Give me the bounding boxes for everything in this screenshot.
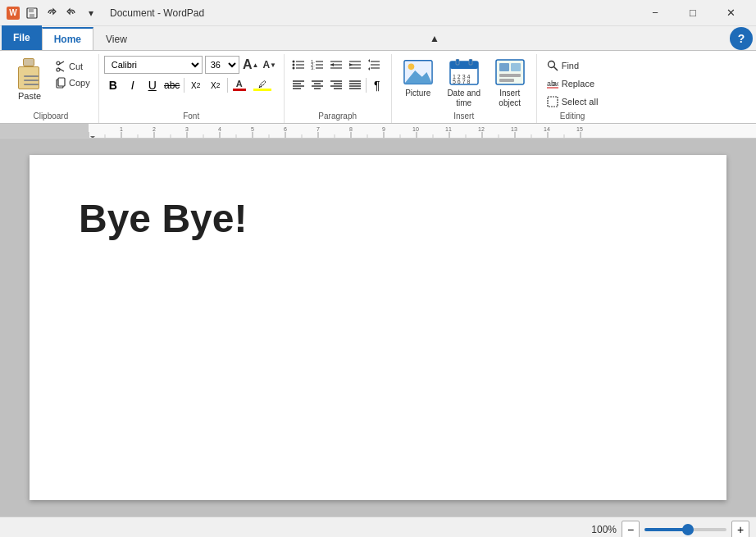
tab-view[interactable]: View [93,27,139,50]
align-center-btn[interactable] [308,76,326,94]
paragraph-label: Paragraph [289,110,386,123]
svg-text:9: 9 [382,126,385,132]
paste-icon [16,58,43,89]
svg-point-64 [548,61,554,68]
subscript-btn[interactable]: X2 [187,76,205,94]
align-left-btn[interactable] [289,76,307,94]
minimize-btn[interactable]: − [636,0,674,26]
svg-rect-55 [456,59,459,65]
svg-text:5: 5 [251,126,254,132]
strikethrough-btn[interactable]: abc [163,76,181,94]
clipboard-small-btns: Cut Copy [52,56,93,90]
tab-file[interactable]: File [2,25,42,50]
highlight-color-btn[interactable]: 🖊 [250,76,275,94]
document-area: Bye Bye! [0,139,756,517]
editing-controls: Find abac Replace Select all [542,56,603,110]
svg-text:14: 14 [544,126,550,132]
svg-line-65 [553,67,558,71]
italic-btn[interactable]: I [124,76,142,94]
svg-marker-28 [349,63,353,66]
qa-dropdown-btn[interactable]: ▾ [82,4,100,22]
app-icon: W [7,7,20,20]
select-all-button[interactable]: Select all [542,93,603,110]
svg-marker-33 [368,67,370,71]
paste-button[interactable]: Paste [8,56,51,103]
paragraph-controls: 1.2.3. [289,56,386,94]
close-btn[interactable]: ✕ [712,0,749,26]
decrease-indent-btn[interactable] [327,56,345,74]
svg-rect-69 [548,97,558,107]
replace-button[interactable]: abac Replace [542,75,603,92]
find-button[interactable]: Find [542,57,603,74]
select-all-icon [547,96,558,107]
svg-text:6: 6 [284,126,287,132]
font-shrink-btn[interactable]: A▼ [261,56,279,74]
font-color-btn[interactable]: A [230,76,248,94]
font-grow-btn[interactable]: A▲ [242,56,260,74]
replace-icon: abac [547,78,558,89]
document-content[interactable]: Bye Bye! [79,196,677,241]
bold-btn[interactable]: B [104,76,122,94]
svg-rect-2 [30,14,34,17]
increase-indent-btn[interactable] [346,56,364,74]
zoom-slider-track[interactable] [644,528,726,531]
redo-quick-btn[interactable] [62,4,80,22]
ribbon-group-editing: Find abac Replace Select all Editing [537,54,608,123]
title-bar-controls: − □ ✕ [636,0,749,26]
tab-home[interactable]: Home [42,27,93,50]
status-bar: 100% − + [0,517,756,537]
object-button[interactable]: Insertobject [489,56,531,110]
superscript-btn[interactable]: X2 [207,76,225,94]
para-divider [366,78,367,93]
ribbon-group-insert: Picture 1 2 3 4 5 6 7 8 Date andtime [392,54,537,123]
datetime-label: Date andtime [447,89,480,108]
line-spacing-btn[interactable] [365,56,383,74]
picture-button[interactable]: Picture [397,56,439,103]
font-row1: Calibri 36 A▲ A▼ [104,56,279,74]
ruler: 1 2 3 4 5 6 7 8 9 10 11 [0,124,756,139]
svg-text:10: 10 [412,126,419,132]
svg-text:11: 11 [445,126,452,132]
ribbon-collapse-btn[interactable]: ▲ [426,30,444,48]
font-divider [184,78,184,93]
help-btn[interactable]: ? [730,27,753,50]
insert-group-content: Picture 1 2 3 4 5 6 7 8 Date andtime [397,54,531,110]
font-size-select[interactable]: 36 [205,56,239,74]
align-justify-btn[interactable] [346,76,364,94]
cut-button[interactable]: Cut [52,59,93,74]
editing-label: Editing [542,110,603,123]
ribbon-group-font: Calibri 36 A▲ A▼ B I U abc X2 [99,54,285,123]
datetime-button[interactable]: 1 2 3 4 5 6 7 8 Date andtime [443,56,485,110]
svg-rect-60 [499,63,509,71]
copy-button[interactable]: Copy [52,75,93,90]
svg-text:3.: 3. [311,66,315,71]
svg-marker-32 [368,59,370,62]
clipboard-label: Clipboard [8,110,93,123]
undo-quick-btn[interactable] [43,4,61,22]
zoom-in-btn[interactable]: + [731,521,749,538]
svg-text:4: 4 [218,126,221,132]
zoom-out-btn[interactable]: − [622,521,640,538]
maximize-btn[interactable]: □ [674,0,712,26]
zoom-percent-label: 100% [591,524,617,535]
title-bar: W ▾ Document - WordPad − □ ✕ [0,0,756,26]
svg-point-11 [292,64,294,66]
paragraph-spacing-btn[interactable]: ¶ [368,76,386,94]
zoom-slider-thumb[interactable] [682,524,694,535]
svg-text:8: 8 [349,126,353,132]
svg-text:7: 7 [317,126,320,132]
font-group-content: Calibri 36 A▲ A▼ B I U abc X2 [104,54,279,110]
svg-rect-63 [499,79,514,82]
unordered-list-btn[interactable] [289,56,307,74]
font-row2: B I U abc X2 X2 A 🖊 [104,76,279,94]
insert-label: Insert [397,110,531,123]
ordered-list-btn[interactable]: 1.2.3. [308,56,326,74]
font-name-select[interactable]: Calibri [104,56,203,74]
align-right-btn[interactable] [327,76,345,94]
svg-text:1: 1 [120,126,123,132]
underline-btn[interactable]: U [143,76,162,94]
svg-rect-61 [511,63,521,71]
save-quick-btn[interactable] [23,4,41,22]
title-text: Document - WordPad [110,7,204,19]
document-page[interactable]: Bye Bye! [30,155,726,500]
